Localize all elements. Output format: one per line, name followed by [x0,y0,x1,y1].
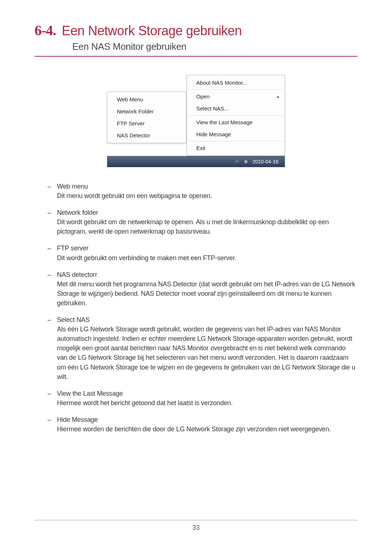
desc-term: Network folder [57,209,98,216]
menu-item-select-nas[interactable]: Select NAS... [188,102,284,114]
tray-monitor-icon: 🖥 [244,159,248,164]
dash-bullet: – [48,270,51,279]
desc-term: Hide Message [57,416,98,423]
taskbar-date: 2010-04-16 [252,159,278,165]
menu-item-about[interactable]: About NAS Monitor... [188,77,284,89]
desc-term: Select NAS [57,316,90,323]
dash-bullet: – [48,315,51,324]
desc-term: Web menu [57,183,88,190]
menu-item-open[interactable]: Open [188,90,284,102]
desc-item-web-menu: – Web menu Dit menu wordt gebruikt om ee… [34,182,358,201]
menu-separator [188,115,283,116]
section-subtitle: Een NAS Monitor gebruiken [72,41,358,52]
desc-item-nas-detector: – NAS detectorr Met dit menu wordt het p… [34,270,358,308]
section-title: Een Network Storage gebruiken [62,23,242,39]
desc-body: Als één LG Network Storage wordt gebruik… [57,324,358,382]
desc-body: Dit wordt gebruikt om de netwerkmap te o… [57,217,358,236]
tray-context-menu: About NAS Monitor... Open Select NAS... … [187,75,285,156]
submenu-item-ftp-server[interactable]: FTP Server [108,117,185,129]
desc-body: Dit wordt gebruikt om verbinding te make… [57,253,358,263]
desc-item-hide-message: – Hide Message Hiermee worden de bericht… [34,415,358,434]
dash-bullet: – [48,389,51,398]
menu-separator [188,89,283,90]
page-number: 33 [34,524,358,532]
desc-item-select-nas: – Select NAS Als één LG Network Storage … [34,315,358,382]
desc-item-view-last-message: – View the Last Message Hiermee wordt he… [34,389,358,408]
desc-term: NAS detectorr [57,271,97,278]
dash-bullet: – [48,182,51,191]
tray-flag-icon: ⚐ [235,159,239,164]
menu-item-hide-message[interactable]: Hide Message [188,128,284,140]
desc-body: Hiermee worden de berichten die door de … [57,424,358,434]
taskbar: ⚐ 🖥 2010-04-16 [107,156,285,167]
submenu-item-network-folder[interactable]: Network Folder [108,105,185,117]
open-submenu: Web Menu Network Folder FTP Server NAS D… [107,92,187,143]
menu-item-view-last-message[interactable]: View the Last Message [188,116,284,128]
title-rule [34,56,358,57]
footer-rule [34,520,358,520]
description-list: – Web menu Dit menu wordt gebruikt om ee… [34,182,358,434]
desc-item-ftp-server: – FTP server Dit wordt gebruikt om verbi… [34,243,358,262]
nas-monitor-menu-figure: Web Menu Network Folder FTP Server NAS D… [107,75,285,167]
menu-separator [188,141,283,141]
submenu-item-nas-detector[interactable]: NAS Detector [108,129,185,141]
desc-body: Dit menu wordt gebruikt om een webpagina… [57,191,358,201]
section-number: 6-4. [34,22,56,39]
desc-term: FTP server [57,245,89,252]
dash-bullet: – [48,208,51,217]
desc-body: Met dit menu wordt het programma NAS Det… [57,279,358,308]
desc-term: View the Last Message [57,390,123,397]
desc-body: Hiermee wordt het bericht getoond dat he… [57,398,358,408]
menu-item-exit[interactable]: Exit [188,142,284,154]
dash-bullet: – [48,243,51,253]
desc-item-network-folder: – Network folder Dit wordt gebruikt om d… [34,208,358,236]
submenu-item-web-menu[interactable]: Web Menu [108,93,185,105]
dash-bullet: – [48,415,51,424]
